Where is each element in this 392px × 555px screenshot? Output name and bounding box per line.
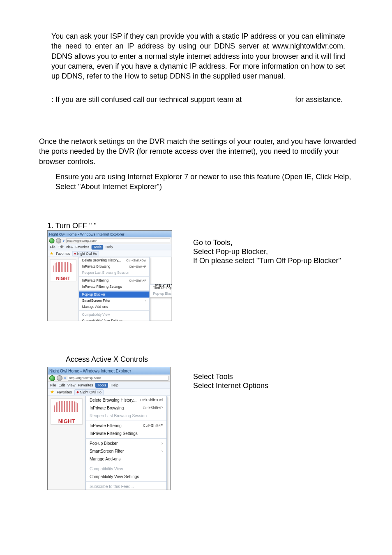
menu-tools[interactable]: Tools [92, 245, 104, 249]
menu-compat-settings[interactable]: Compatibility View Settings [79, 318, 149, 321]
url-field[interactable]: http://nightowlsp.com/ [66, 238, 170, 243]
menu-inprivate-browsing-2[interactable]: InPrivate BrowsingCtrl+Shift+P [86, 404, 166, 412]
back-icon-2[interactable] [49, 375, 55, 381]
menu-view[interactable]: View [66, 245, 73, 249]
menu-inprivate-filtering-settings[interactable]: InPrivate Filtering Settings [79, 284, 149, 290]
menu-compat-settings-2[interactable]: Compatibility View Settings [86, 473, 166, 481]
step-2-heading: Access Active X Controls [66, 354, 148, 364]
step-2-note-2: Select Internet Options [193, 381, 370, 391]
step-1-note-2: Select Pop-up Blocker, [193, 247, 370, 257]
browser-tab[interactable]: ◆ Night Owl Ho [72, 251, 99, 256]
menu-help[interactable]: Help [106, 245, 113, 249]
menu-smartscreen[interactable]: SmartScreen Filter [79, 298, 149, 304]
url-field-2[interactable]: http://nightowlsp.com/ [68, 376, 168, 381]
menu-manage-addons-2[interactable]: Manage Add-ons [86, 455, 166, 463]
menu-tools-2[interactable]: Tools [95, 383, 108, 388]
menu-delete-history[interactable]: Delete Browsing History...Ctrl+Shift+Del [79, 257, 149, 264]
ie-favorites-bar-2: ★ Favorites ◆ Night Owl Ho [48, 388, 170, 396]
menu-inprivate-filtering-2[interactable]: InPrivate FilteringCtrl+Shift+F [86, 422, 166, 430]
menu-subscribe-feed-2: Subscribe to this Feed... [86, 483, 166, 490]
step-2-note-1: Select Tools [193, 372, 370, 382]
ie-address-bar: ▾ http://nightowlsp.com/ [48, 237, 172, 244]
logo-text: NIGHT [56, 275, 70, 281]
note-suffix: for assistance. [295, 95, 343, 104]
tools-dropdown: Delete Browsing History...Ctrl+Shift+Del… [78, 257, 150, 321]
forward-icon-2[interactable] [57, 375, 62, 381]
star-icon-2: ★ [50, 390, 54, 394]
tools-dropdown-2: Delete Browsing History...Ctrl+Shift+Del… [85, 396, 167, 490]
menu-compat-view-2: Compatibility View [86, 465, 166, 473]
tab-label: Night Owl Ho [77, 252, 97, 255]
favorites-button[interactable]: Favorites [56, 252, 70, 255]
menu-edit[interactable]: Edit [58, 245, 63, 249]
menu-reopen-last-2: Reopen Last Browsing Session [86, 412, 166, 420]
menu-edit-2[interactable]: Edit [59, 383, 65, 387]
menu-smartscreen-2[interactable]: SmartScreen Filter [86, 447, 166, 455]
menu-file[interactable]: File [50, 245, 55, 249]
screenshot-popup-blocker: Night Owl Home - Windows Internet Explor… [47, 230, 172, 321]
under-construction-text: ER CONSTRU [155, 283, 172, 289]
step-1-heading: 1. Turn OFF " " [47, 221, 171, 231]
note-prefix: : If you are still confused call our tec… [51, 95, 242, 104]
menu-view-2[interactable]: View [67, 383, 75, 387]
ie-favorites-bar: ★ Favorites ◆ Night Owl Ho [48, 250, 172, 257]
menu-delete-history-2[interactable]: Delete Browsing History...Ctrl+Shift+Del [86, 396, 166, 404]
night-owl-logo-2: NIGHT [51, 398, 83, 425]
menu-compat-view: Compatibility View [79, 312, 149, 318]
back-icon[interactable] [49, 238, 55, 243]
paragraph-ie-version: Ensure you are using Internet Explorer 7… [55, 172, 351, 192]
step-1-note-3: If On please select "Turn Off Pop-up Blo… [193, 256, 370, 266]
menu-popup-blocker[interactable]: Pop-up Blocker [79, 291, 149, 298]
note-line: : If you are still confused call our tec… [51, 95, 345, 104]
paragraph-isp-ddns: You can ask your ISP if they can provide… [51, 31, 345, 81]
forward-icon[interactable] [56, 238, 61, 243]
ie-titlebar: Night Owl Home - Windows Internet Explor… [48, 231, 172, 238]
menu-favorites-2[interactable]: Favorites [78, 383, 93, 387]
ie-titlebar-2: Night Owl Home - Windows Internet Explor… [48, 367, 170, 375]
menu-reopen-last: Reopen Last Browsing Session [79, 270, 149, 276]
menu-popup-blocker-2[interactable]: Pop-up Blocker [86, 439, 166, 447]
menu-favorites[interactable]: Favorites [75, 245, 89, 249]
ie-menu-bar-2: File Edit View Favorites Tools Help [48, 382, 170, 388]
menu-inprivate-filtering-settings-2[interactable]: InPrivate Filtering Settings [86, 430, 166, 437]
step-1-note-1: Go to Tools, [193, 238, 370, 247]
menu-inprivate-browsing[interactable]: InPrivate BrowsingCtrl+Shift+P [79, 264, 149, 270]
menu-help-2[interactable]: Help [111, 383, 118, 387]
paragraph-network-settings: Once the network settings on the DVR mat… [39, 136, 357, 166]
menu-manage-addons[interactable]: Manage Add-ons [79, 303, 149, 310]
tab-label-2: Night Owl Ho [80, 390, 101, 394]
submenu-popup-blocker-settings: Pop-up Blocker Settings [150, 291, 172, 297]
logo-text-2: NIGHT [58, 418, 75, 424]
menu-inprivate-filtering[interactable]: InPrivate FilteringCtrl+Shift+F [79, 278, 149, 284]
star-icon: ★ [50, 252, 53, 256]
browser-tab-2[interactable]: ◆ Night Owl Ho [74, 389, 104, 395]
page-left-pane-2: NIGHT [48, 396, 85, 490]
page-left-pane: NIGHT [48, 257, 78, 321]
ie-address-bar-2: ▾ http://nightowlsp.com/ [48, 375, 170, 382]
favorites-button-2[interactable]: Favorites [57, 390, 72, 394]
ie-menu-bar: File Edit View Favorites Tools Help [48, 244, 172, 250]
menu-file-2[interactable]: File [50, 383, 56, 387]
screenshot-internet-options: Night Owl Home - Windows Internet Explor… [47, 367, 171, 490]
night-owl-logo: NIGHT [50, 259, 76, 281]
